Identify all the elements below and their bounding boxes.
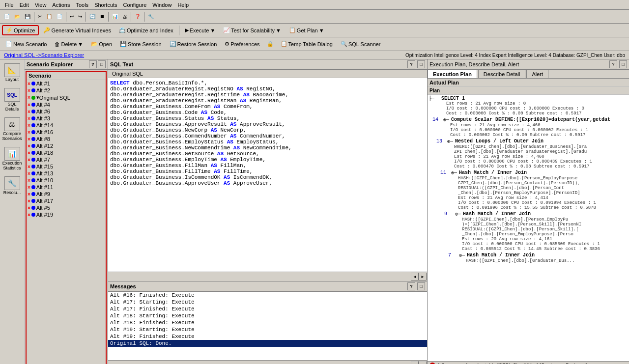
tree-item-close-alt2[interactable]: × <box>28 88 30 93</box>
message-line[interactable]: Original SQL: Done. <box>108 340 427 347</box>
tree-item-orig[interactable]: ×▾ Original SQL <box>27 94 106 101</box>
tree-item-alt4[interactable]: ×Alt #4 <box>27 101 106 108</box>
sql-scroll-left[interactable]: ◄ <box>411 273 419 280</box>
menu-item-window[interactable]: Window <box>149 1 174 9</box>
tree-item-alt8[interactable]: ×Alt #8 <box>27 136 106 142</box>
test-scalability-button[interactable]: 📈 Test for Scalability ▼ <box>220 26 285 35</box>
scenario-maximize-btn[interactable]: □ <box>98 60 106 68</box>
tree-item-close-alt10[interactable]: × <box>28 178 30 183</box>
new-scenario-button[interactable]: 📄 New Scenario <box>2 39 50 49</box>
tree-item-close-orig[interactable]: × <box>28 95 30 100</box>
tree-item-alt11[interactable]: ×Alt #11 <box>27 184 106 191</box>
restore-session-button[interactable]: 🔄 Restore Session <box>166 39 221 49</box>
tree-item-close-alt6[interactable]: × <box>28 109 30 114</box>
tree-item-close-alt12[interactable]: × <box>28 143 30 149</box>
tree-item-close-alt18[interactable]: × <box>28 150 30 156</box>
sidebar-item-execution-stats[interactable]: 📊 ExecutionStatistics <box>1 145 24 172</box>
messages-maximize-btn[interactable]: □ <box>417 282 425 290</box>
optimize-button[interactable]: ⚡ Optimize <box>2 25 39 35</box>
save-btn[interactable]: 💾 <box>23 13 32 20</box>
tree-item-close-alt1[interactable]: × <box>28 81 30 86</box>
sql-maximize-btn[interactable]: □ <box>417 60 425 68</box>
refresh-btn[interactable]: 🔄 <box>87 13 97 20</box>
messages-scroll-right[interactable]: ► <box>419 361 427 364</box>
undo-btn[interactable]: ↩ <box>68 13 76 20</box>
tree-item-close-alt4[interactable]: × <box>28 102 30 108</box>
tree-item-alt10[interactable]: ×Alt #10 <box>27 177 106 184</box>
tree-item-alt15[interactable]: ×Alt #15 <box>27 163 106 170</box>
message-line[interactable]: Alt #19: Starting: Execute <box>108 326 427 333</box>
tab-execution-plan[interactable]: Execution Plan <box>428 70 477 78</box>
open-session-button[interactable]: 📂 Open <box>87 39 115 49</box>
tab-alert[interactable]: Alert <box>526 70 548 78</box>
message-line[interactable]: Alt #17: Starting: Execute <box>108 299 427 306</box>
menu-item-tools[interactable]: Tools <box>73 1 91 9</box>
extra-btn[interactable]: 🔧 <box>146 13 156 20</box>
sidebar-item-compare[interactable]: ⚖ CompareScenarios <box>1 115 24 143</box>
right-maximize-btn[interactable]: □ <box>619 60 627 68</box>
tree-item-close-alt9[interactable]: × <box>28 192 30 197</box>
chart-btn[interactable]: 📊 <box>110 13 120 20</box>
right-question-btn[interactable]: ? <box>609 60 617 68</box>
tree-item-close-alt16[interactable]: × <box>28 130 30 135</box>
tree-item-alt14[interactable]: ×Alt #14 <box>27 122 106 129</box>
tree-item-close-alt13[interactable]: × <box>28 171 30 176</box>
sidebar-item-resolu[interactable]: 🔧 Resolu... <box>1 174 24 197</box>
tree-item-alt3[interactable]: ×Alt #3 <box>27 115 106 122</box>
print-btn[interactable]: 🖨 <box>120 13 129 20</box>
menu-item-actions[interactable]: Actions <box>49 1 73 9</box>
help-btn[interactable]: ❓ <box>133 13 143 20</box>
tree-item-alt5[interactable]: ×Alt #5 <box>27 204 106 211</box>
message-line[interactable]: Alt #19: Finished: Execute <box>108 333 427 340</box>
tree-item-close-alt17[interactable]: × <box>28 198 30 204</box>
tree-item-close-alt15[interactable]: × <box>28 164 30 169</box>
menu-item-edit[interactable]: Edit <box>17 1 32 9</box>
tree-item-close-alt3[interactable]: × <box>28 116 30 121</box>
message-line[interactable]: Alt #18: Starting: Execute <box>108 312 427 319</box>
message-line[interactable]: Alt #18: Finished: Execute <box>108 319 427 326</box>
redo-btn[interactable]: ↪ <box>76 13 84 20</box>
delete-button[interactable]: 🗑 Delete ▼ <box>51 40 86 49</box>
open-btn[interactable]: 📂 <box>12 13 22 20</box>
execute-button[interactable]: ▶ Execute ▼ <box>181 26 219 35</box>
plan-content[interactable]: ├─SELECT 1Est rows : 21 Avg row size : 0… <box>428 95 629 361</box>
preferences-button[interactable]: ⚙ Preferences <box>221 39 263 49</box>
messages-question-btn[interactable]: ? <box>407 282 415 290</box>
tree-item-close-alt11[interactable]: × <box>28 185 30 190</box>
store-session-button[interactable]: 💾 Store Session <box>116 39 165 49</box>
stop-btn[interactable]: ⏹ <box>98 13 107 20</box>
tree-item-alt12[interactable]: ×Alt #12 <box>27 142 106 149</box>
sql-content[interactable]: SELECT dbo.Person_BasicInfo.*, dbo.Gradu… <box>108 78 427 272</box>
menu-item-view[interactable]: View <box>32 1 50 9</box>
tree-item-alt18[interactable]: ×Alt #18 <box>27 149 106 156</box>
tree-item-alt17[interactable]: ×Alt #17 <box>27 197 106 204</box>
tree-item-alt9[interactable]: ×Alt #9 <box>27 191 106 197</box>
optimize-index-button[interactable]: 📇 Optimize and Index <box>115 26 177 35</box>
message-line[interactable]: Alt #17: Finished: Execute <box>108 306 427 312</box>
tree-item-alt6[interactable]: ×Alt #6 <box>27 108 106 115</box>
tree-item-alt13[interactable]: ×Alt #13 <box>27 170 106 177</box>
message-line[interactable]: Alt #16: Finished: Execute <box>108 292 427 299</box>
menu-item-configure[interactable]: Configure <box>120 1 150 9</box>
copy-btn[interactable]: 📋 <box>44 13 54 20</box>
sql-scroll-right[interactable]: ► <box>419 273 427 280</box>
lock-icon-btn[interactable]: 🔒 <box>264 40 276 48</box>
paste-btn[interactable]: 📄 <box>55 13 64 20</box>
sql-scanner-button[interactable]: 🔍 SQL Scanner <box>337 39 384 49</box>
tree-item-close-alt8[interactable]: × <box>28 137 30 142</box>
menu-item-file[interactable]: File <box>2 1 17 9</box>
tree-item-alt19[interactable]: ×Alt #19 <box>27 211 106 218</box>
sidebar-item-sql-details[interactable]: SQL SQLDetails <box>1 86 24 113</box>
tree-item-alt2[interactable]: ×Alt #2 <box>27 87 106 94</box>
get-plan-button[interactable]: 📋 Get Plan ▼ <box>286 26 328 35</box>
sql-question-btn[interactable]: ? <box>407 60 415 68</box>
sidebar-item-layout[interactable]: 📐 Layout <box>1 61 24 84</box>
breadcrumb-link[interactable]: Original SQL ->Scenario Explorer <box>4 52 84 58</box>
menu-item-shortcuts[interactable]: Shortcuts <box>91 1 120 9</box>
tree-item-close-alt19[interactable]: × <box>28 212 30 218</box>
generate-virtual-button[interactable]: 🔑 Generate Virtual Indexes <box>40 26 114 35</box>
file-new-btn[interactable]: 📄 <box>2 13 12 20</box>
temp-table-button[interactable]: 📋 Temp Table Dialog <box>277 39 336 49</box>
menu-item-help[interactable]: Help <box>174 1 192 9</box>
messages-scroll-left[interactable]: ◄ <box>411 361 419 364</box>
